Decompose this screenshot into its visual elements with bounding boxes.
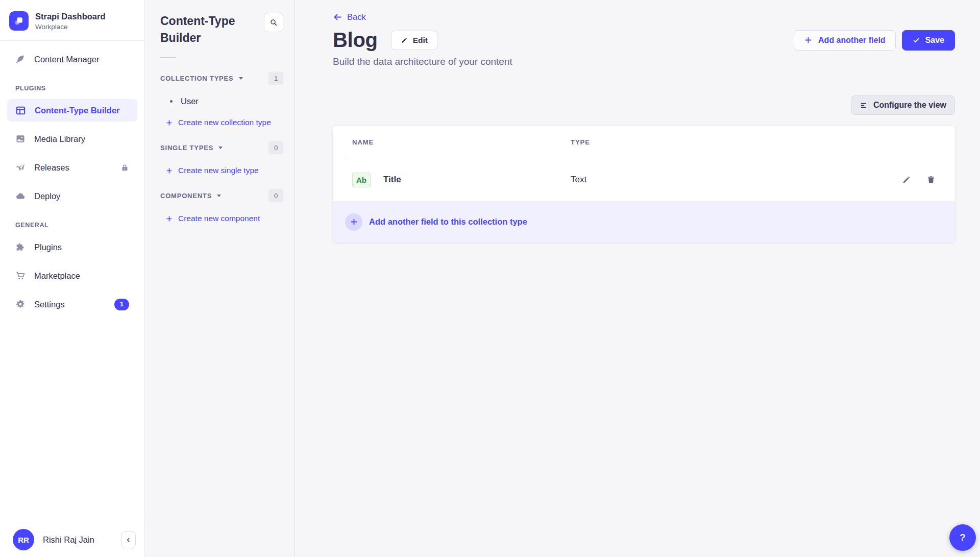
app-title: Strapi Dashboard <box>35 12 106 21</box>
plus-icon <box>804 36 813 44</box>
brand-text: Strapi Dashboard Workplace <box>35 12 106 31</box>
sidebar-item-media-library[interactable]: Media Library <box>7 128 137 150</box>
create-link-label: Create new single type <box>178 166 259 175</box>
chevron-left-icon <box>125 537 132 543</box>
strapi-logo-icon <box>9 11 29 31</box>
collection-types-label: COLLECTION TYPES <box>160 75 243 82</box>
text-field-type-badge: Ab <box>352 173 371 187</box>
field-name: Title <box>383 175 401 185</box>
main-sidebar: Strapi Dashboard Workplace Content Manag… <box>0 0 145 557</box>
sidebar-nav: Content Manager PLUGINS Content-Type Bui… <box>0 41 144 522</box>
puzzle-piece-icon <box>15 242 26 252</box>
sidebar-item-label: Marketplace <box>34 271 80 281</box>
table-header: NAME TYPE <box>333 126 955 158</box>
back-link[interactable]: Back <box>333 12 366 22</box>
sidebar-item-content-type-builder[interactable]: Content-Type Builder <box>7 99 137 122</box>
sidebar-section-plugins: PLUGINS <box>15 85 144 92</box>
components-label: COMPONENTS <box>160 192 221 200</box>
search-button[interactable] <box>264 13 283 32</box>
edit-field-button[interactable] <box>902 175 911 184</box>
sidebar-item-content-manager[interactable]: Content Manager <box>7 48 137 70</box>
collection-types-header[interactable]: COLLECTION TYPES 1 <box>160 71 283 85</box>
plus-icon <box>165 167 173 175</box>
sidebar-item-deploy[interactable]: Deploy <box>7 185 137 207</box>
feather-pen-icon <box>15 54 26 64</box>
bullet-icon <box>170 100 173 103</box>
settings-notification-badge: 1 <box>114 299 129 310</box>
gear-icon <box>15 299 26 309</box>
add-field-row-button[interactable]: Add another field to this collection typ… <box>333 201 955 243</box>
sidebar-item-label: Releases <box>34 163 69 173</box>
field-type: Text <box>571 175 586 185</box>
sidebar-item-label: Deploy <box>34 191 60 201</box>
sidebar-item-label: Content-Type Builder <box>35 106 120 115</box>
shopping-cart-icon <box>15 271 26 281</box>
collection-type-name: User <box>181 96 199 106</box>
create-component-link[interactable]: Create new component <box>165 214 283 223</box>
sidebar-item-releases[interactable]: Releases <box>7 156 137 179</box>
help-button[interactable]: ? <box>949 524 976 551</box>
check-icon <box>913 37 920 44</box>
create-link-label: Create new collection type <box>178 118 271 127</box>
page-title: Blog <box>333 29 378 52</box>
fields-table-card: NAME TYPE Ab Title Text <box>333 126 955 243</box>
create-collection-type-link[interactable]: Create new collection type <box>165 118 283 127</box>
row-actions <box>902 175 936 184</box>
save-label: Save <box>925 36 944 45</box>
picture-icon <box>15 134 26 144</box>
page-header: Blog Edit Add another field <box>333 29 955 52</box>
configure-view-label: Configure the view <box>873 101 946 110</box>
back-label: Back <box>347 12 366 22</box>
sidebar-item-marketplace[interactable]: Marketplace <box>7 264 137 287</box>
plus-icon <box>165 215 173 223</box>
collection-types-count-badge: 1 <box>268 71 283 85</box>
avatar[interactable]: RR <box>13 529 34 550</box>
plus-icon <box>165 119 173 127</box>
divider <box>160 57 176 58</box>
collection-type-item-user[interactable]: User <box>170 96 283 106</box>
page-subtitle: Build the data architecture of your cont… <box>333 56 955 67</box>
toolbar: Configure the view <box>333 95 955 115</box>
lock-icon <box>120 163 129 172</box>
single-types-label: SINGLE TYPES <box>160 144 223 152</box>
single-types-header[interactable]: SINGLE TYPES 0 <box>160 141 283 154</box>
add-field-row-label: Add another field to this collection typ… <box>369 217 527 227</box>
sidebar-item-label: Settings <box>34 300 65 309</box>
collapse-sidebar-button[interactable] <box>121 531 136 548</box>
question-mark-icon: ? <box>960 532 966 543</box>
chevron-down-icon <box>217 195 221 197</box>
sidebar-item-settings[interactable]: Settings 1 <box>7 293 137 316</box>
components-header[interactable]: COMPONENTS 0 <box>160 189 283 202</box>
create-single-type-link[interactable]: Create new single type <box>165 166 283 175</box>
sidebar-item-label: Content Manager <box>34 55 100 64</box>
header-actions: Add another field Save <box>794 30 955 51</box>
workspace-name: Workplace <box>35 23 106 31</box>
workspace-switcher[interactable]: Strapi Dashboard Workplace <box>0 0 144 40</box>
sidebar-item-label: Media Library <box>34 134 85 144</box>
add-another-field-button[interactable]: Add another field <box>794 30 896 51</box>
paper-plane-icon <box>15 162 26 173</box>
table-row: Ab Title Text <box>333 158 955 201</box>
delete-field-button[interactable] <box>926 175 936 184</box>
configure-view-button[interactable]: Configure the view <box>851 95 955 115</box>
app-layout: Strapi Dashboard Workplace Content Manag… <box>0 0 980 557</box>
type-column-header: TYPE <box>571 138 590 146</box>
user-name: Rishi Raj Jain <box>43 535 112 545</box>
subnav-title: Content-Type Builder <box>160 13 246 46</box>
save-button[interactable]: Save <box>902 30 955 51</box>
arrow-left-icon <box>333 12 342 22</box>
sidebar-section-general: GENERAL <box>15 222 144 229</box>
subnav-header: Content-Type Builder <box>160 13 283 46</box>
search-icon <box>270 18 278 27</box>
layout-grid-icon <box>15 105 26 116</box>
sidebar-item-plugins[interactable]: Plugins <box>7 236 137 258</box>
plus-circle-icon <box>345 213 362 231</box>
name-column-header: NAME <box>352 138 374 146</box>
create-link-label: Create new component <box>178 214 260 223</box>
edit-button[interactable]: Edit <box>391 31 437 50</box>
section-label-text: SINGLE TYPES <box>160 144 213 152</box>
sidebar-item-label: Plugins <box>34 243 62 252</box>
add-field-label: Add another field <box>818 36 886 45</box>
section-label-text: COMPONENTS <box>160 192 212 200</box>
components-count-badge: 0 <box>268 189 283 202</box>
